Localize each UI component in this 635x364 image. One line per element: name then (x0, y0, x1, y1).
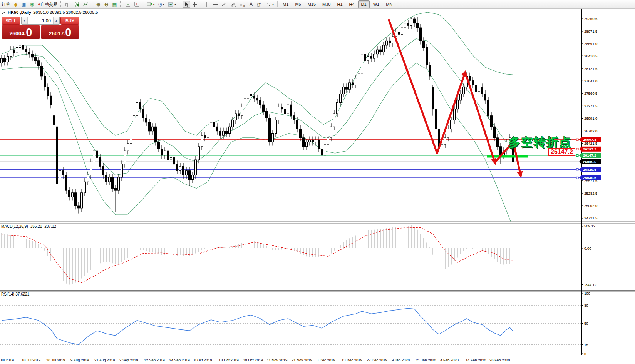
vline-tool-button[interactable] (203, 1, 211, 8)
timeframe-w1[interactable]: W1 (370, 0, 383, 8)
timeframe-m1[interactable]: M1 (280, 0, 292, 8)
bollinger-lower (2, 63, 513, 227)
hline-tool-button[interactable] (211, 1, 219, 8)
arrows-tool-button[interactable]: ▾ (265, 1, 275, 8)
auto-scroll-button[interactable] (124, 1, 132, 8)
fibonacci-tool-button[interactable]: F (238, 1, 247, 8)
line-chart-mode-button[interactable] (82, 1, 90, 8)
new-order-button[interactable]: 订单 (0, 1, 12, 8)
new-order-icon-button[interactable]: ◆ (12, 1, 20, 8)
rsi-tick-label: 15 (584, 342, 588, 347)
text-tool-button[interactable]: A (247, 1, 255, 8)
date-tick-label: 12 Sep 2019 (144, 358, 165, 362)
crosshair-tool-button[interactable] (191, 1, 199, 8)
zoom-in-button[interactable]: ⊕ (94, 1, 102, 8)
date-tick-label: 2 Sep 2019 (119, 358, 138, 362)
toolbar-grip (60, 1, 62, 7)
timeframe-h4[interactable]: H4 (346, 0, 358, 8)
timeframe-m15[interactable]: M15 (305, 0, 319, 8)
gold-order-icon: ◆ (14, 2, 18, 7)
sell-button[interactable]: SELL (2, 17, 20, 25)
date-tick-label: 3 Dec 2019 (317, 358, 335, 362)
horizontal-line-icon (213, 2, 218, 7)
hline-anchor (576, 148, 578, 150)
buy-price-big: 0 (65, 27, 71, 38)
text-tool-icon: A (250, 2, 253, 7)
buy-button[interactable]: BUY (60, 17, 79, 25)
svg-text:26507.8: 26507.8 (583, 137, 596, 142)
autotrade-button[interactable]: ● 自动交易 (36, 1, 59, 8)
toolbar-grip (120, 1, 122, 7)
buy-button-label: BUY (65, 18, 74, 23)
svg-text:T: T (259, 3, 261, 7)
tile-windows-button[interactable]: ▦ (111, 1, 118, 8)
signals-button[interactable]: ◉ (28, 1, 36, 8)
trendline-tool-button[interactable] (220, 1, 228, 8)
sell-price-big: 0 (26, 27, 32, 38)
chart-title: HK50-,Daily 26351.0 26391.5 26002.5 2600… (2, 10, 98, 15)
date-tick-label: 26 Feb 2020 (489, 358, 510, 362)
rsi-tick-label: 0 (584, 352, 586, 356)
svg-text:25829.5: 25829.5 (583, 167, 596, 172)
price-axis[interactable]: 29260.528971.528691.028410.528121.527841… (579, 9, 601, 356)
candlestick-mode-button[interactable] (73, 1, 81, 8)
tile-windows-icon: ▦ (112, 2, 117, 7)
trendline-icon (221, 2, 227, 7)
autotrade-label: 自动交易 (40, 2, 57, 7)
price-badge: 26147.2 (579, 153, 601, 158)
svg-text:F: F (243, 5, 245, 7)
macd-pane (2, 225, 513, 285)
new-order-label: 订单 (2, 2, 10, 7)
zoom-in-icon: ⊕ (96, 2, 101, 7)
price-badge: 26293.2 (579, 147, 601, 152)
macd-tick-label: -844.12 (584, 282, 596, 287)
price-tick-label: 28691.0 (584, 42, 597, 46)
rsi-tick-label: 100 (584, 291, 590, 296)
timeframe-toolbar: M1M5M15M30H1H4D1W1MN (280, 0, 395, 8)
one-click-trading-panel: SELL ▼ 1.00 ▲ BUY 26004. 0 26017. 0 (2, 17, 79, 39)
date-tick-label: 18 Oct 2019 (219, 358, 239, 362)
svg-text:E: E (235, 5, 236, 7)
pane-separators[interactable] (0, 222, 635, 357)
sell-price-display[interactable]: 26004. 0 (2, 25, 40, 39)
macd-tick-label: 509.12 (584, 224, 595, 228)
templates-button[interactable]: ▾ (166, 1, 178, 8)
cursor-tool-button[interactable] (183, 1, 190, 8)
annotation-price-label[interactable]: 26147.2 (548, 148, 575, 156)
clock-icon: ◷ (158, 2, 162, 7)
date-tick-label: 27 Dec 2019 (367, 358, 387, 362)
bar-chart-mode-button[interactable] (64, 1, 72, 8)
volume-decrease-button[interactable]: ▼ (22, 17, 28, 24)
chart-shift-button[interactable] (132, 1, 141, 8)
price-tick-label: 26991.0 (584, 116, 597, 120)
toolbar-separator (143, 1, 143, 7)
timeframe-m5[interactable]: M5 (292, 0, 304, 8)
buy-price-display[interactable]: 26017. 0 (41, 25, 79, 39)
label-tool-icon: T (257, 2, 263, 7)
bollinger-middle (2, 39, 513, 175)
price-tick-label: 25282.5 (584, 191, 597, 195)
volume-increase-button[interactable]: ▲ (53, 17, 59, 24)
chart-canvas[interactable]: 29260.528971.528691.028410.528121.527841… (0, 0, 635, 364)
caret-up-icon: ▲ (55, 19, 58, 22)
add-indicator-button[interactable]: ▾ (145, 1, 156, 8)
periods-button[interactable]: ◷▾ (157, 1, 166, 8)
date-axis[interactable]: Jul 201918 Jul 201930 Jul 20199 Aug 2019… (0, 358, 510, 362)
price-tick-label: 28971.5 (584, 29, 597, 33)
toolbar-separator (92, 1, 92, 7)
timeframe-mn[interactable]: MN (383, 0, 395, 8)
volume-input[interactable]: 1.00 (28, 17, 53, 24)
zoom-out-button[interactable]: ⊖ (102, 1, 110, 8)
date-tick-label: 21 Jan 2020 (416, 358, 436, 362)
timeframe-h1[interactable]: H1 (334, 0, 345, 8)
date-tick-label: 13 Dec 2019 (342, 358, 362, 362)
metaeditor-button[interactable]: ▣ (20, 1, 28, 8)
timeframe-d1[interactable]: D1 (358, 0, 370, 8)
label-tool-button[interactable]: T (255, 1, 264, 8)
channel-tool-button[interactable]: E (229, 1, 238, 8)
timeframe-m30[interactable]: M30 (319, 0, 333, 8)
zoom-out-icon: ⊖ (104, 2, 109, 7)
buy-price-small: 26017. (49, 29, 65, 38)
price-tick-label: 27271.5 (584, 104, 597, 108)
svg-text:26293.2: 26293.2 (583, 147, 596, 151)
